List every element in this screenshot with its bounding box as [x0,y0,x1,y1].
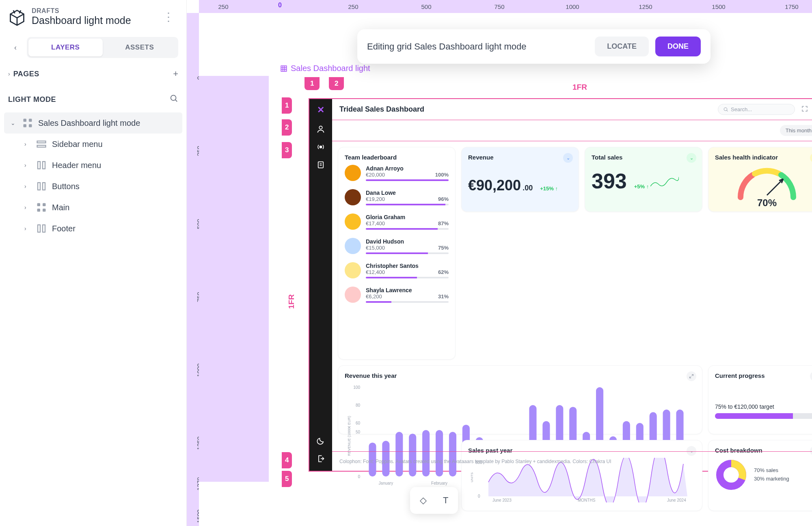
tab-assets[interactable]: ASSETS [103,39,177,56]
leader-item[interactable]: Dana Lowe €19,200 96% [345,189,449,205]
progress-bar [715,413,812,419]
search-icon[interactable] [169,94,178,105]
frame-label-text: Sales Dashboard light [291,64,370,73]
document-icon[interactable] [317,161,325,169]
project-menu-button[interactable]: ⋮ [159,10,178,24]
tree-main[interactable]: › Main [4,197,182,218]
dash-logo-icon[interactable]: ✕ [317,105,324,115]
svg-rect-11 [37,203,41,207]
cost-breakdown-card[interactable]: Cost breakdown ⌄ 70% sales 30% marketing [708,440,812,511]
svg-text:0: 0 [358,474,360,479]
shape-tool-icon[interactable]: ◇ [420,495,427,506]
add-page-button[interactable]: + [173,69,178,79]
svg-rect-17 [281,66,287,71]
sparkline-icon [650,176,679,188]
leader-bar [366,179,449,181]
ruler-tick: 250 [218,3,228,10]
leader-pct: 75% [438,245,449,251]
chevron-down-icon[interactable]: ⌄ [687,153,696,163]
chevron-right-icon: › [8,71,10,77]
moon-icon[interactable] [317,437,325,445]
broadcast-icon[interactable] [317,143,325,151]
leader-item[interactable]: Christopher Santos €12,400 62% [345,262,449,278]
row-marker-3[interactable]: 3 [282,142,292,158]
leader-item[interactable]: Shayla Lawrence €6,200 31% [345,287,449,303]
leader-bar [366,277,449,278]
revenue-chart-card[interactable]: Revenue this year 0506080100REVENUE (100… [338,365,702,434]
tree-buttons[interactable]: › Buttons [4,176,182,197]
search-icon [723,107,728,112]
row-marker-1[interactable]: 1 [282,97,292,114]
columns-icon [37,181,46,191]
leader-bar [366,204,449,205]
progress-card[interactable]: Current progress ⌄ 75% to €120,000 targe… [708,365,812,434]
svg-rect-5 [37,141,46,143]
svg-rect-10 [43,183,45,190]
row-marker-5[interactable]: 5 [282,471,292,487]
chevron-right-icon: › [24,225,31,232]
col-marker-1[interactable]: 1 [304,77,320,90]
chevron-right-icon: › [24,183,31,190]
row-marker-2[interactable]: 2 [282,119,292,136]
ruler-tick: 1500 [712,3,725,10]
back-button[interactable]: ‹ [8,40,23,55]
fr-label-h: 1FR [572,83,587,92]
svg-point-21 [724,108,727,111]
user-icon[interactable] [317,125,325,133]
leaderboard-card[interactable]: Team leaderboard Adnan Arroyo €20,000 10… [338,147,456,360]
col-marker-2[interactable]: 2 [329,77,344,90]
logout-icon[interactable] [317,455,325,463]
period-label: This month [786,127,812,134]
tree-root[interactable]: ⌄ Sales Dashboard light mode [4,112,182,134]
lightmode-section-header[interactable]: LIGHT MODE [0,86,186,112]
tree-sidebar-menu[interactable]: › Sidebar menu [4,134,182,155]
tree-header-menu[interactable]: › Header menu [4,155,182,176]
leader-value: €6,200 [366,293,382,300]
leader-value: €17,400 [366,220,385,226]
leader-value: €20,000 [366,172,385,178]
ruler-tick: 750 [494,3,504,10]
ruler-tick: 1250 [639,3,652,10]
dash-search-input[interactable]: Search... [718,104,795,115]
period-selector[interactable]: This month⌄ [780,125,812,136]
svg-text:100: 100 [353,385,360,390]
chevron-down-icon[interactable]: ⌄ [563,153,573,163]
sales-past-year-card[interactable]: Sales past year ⌄ 500 0 UNITS June 2023 … [461,440,702,511]
sales-card[interactable]: Total sales ⌄ 393+5% ↑ [585,147,702,212]
svg-rect-2 [29,119,32,122]
leader-item[interactable]: Adnan Arroyo €20,000 100% [345,165,449,181]
expand-icon[interactable] [687,371,696,381]
ruler-zero: 0 [278,2,282,9]
expand-icon[interactable] [800,104,810,115]
chevron-down-icon: ⌄ [11,120,17,126]
revenue-delta: +15% ↑ [540,185,558,192]
pages-section-header[interactable]: ›PAGES + [0,61,186,86]
stack-icon [37,139,46,149]
frame-label[interactable]: Sales Dashboard light [280,64,370,73]
tab-layers[interactable]: LAYERS [28,39,103,56]
leader-pct: 62% [438,269,449,275]
chevron-right-icon: › [24,141,31,147]
leader-name: Adnan Arroyo [366,165,404,172]
row-marker-4[interactable]: 4 [282,452,292,468]
dash-meta-bar: This month⌄ [332,120,812,141]
text-tool-icon[interactable]: T [443,495,448,506]
svg-rect-16 [43,225,45,232]
leader-item[interactable]: Gloria Graham €17,400 87% [345,213,449,230]
grid-edit-bar: Editing grid Sales Dashboard light mode … [357,29,710,64]
health-card[interactable]: Sales health indicator ⌄ 70% [708,147,812,212]
leader-name: Shayla Lawrence [366,287,412,293]
locate-button[interactable]: LOCATE [595,37,649,56]
revenue-dec: .00 [523,184,533,192]
tree-footer[interactable]: › Footer [4,218,182,239]
layer-tree: ⌄ Sales Dashboard light mode › Sidebar m… [0,112,186,239]
design-canvas[interactable]: Sales Dashboard light 1 2 3 1FR 1 2 3 4 … [199,13,812,526]
revenue-card[interactable]: Revenue ⌄ €90,200.00+15% ↑ [461,147,579,212]
dashboard-frame[interactable]: ✕ Trideal Sales Dashboard Search... [309,98,812,472]
done-button[interactable]: DONE [655,37,701,56]
ruler-tick: 1750 [785,3,798,10]
tree-label: Buttons [52,182,80,191]
grid-icon [23,118,32,128]
leader-item[interactable]: David Hudson €15,000 75% [345,238,449,254]
cost-line2: 30% marketing [754,475,789,483]
